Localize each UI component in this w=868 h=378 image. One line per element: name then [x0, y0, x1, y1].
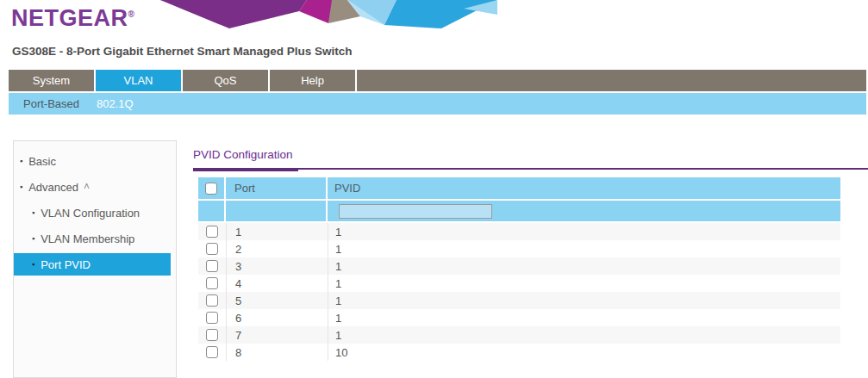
filter-check-cell	[198, 201, 224, 221]
row-checkbox[interactable]	[206, 312, 218, 324]
table-row: 31	[198, 257, 840, 275]
tab-qos[interactable]: QoS	[183, 70, 268, 91]
table-filter-row	[198, 201, 840, 221]
table-row: 41	[198, 275, 840, 292]
pvid-cell: 1	[328, 292, 840, 309]
port-cell: 1	[226, 223, 328, 240]
sidebar-item-advanced[interactable]: ▪ Advanced ˄	[14, 176, 171, 198]
row-checkbox[interactable]	[206, 260, 218, 272]
select-all-checkbox[interactable]	[205, 183, 217, 195]
sidebar-item-label: VLAN Configuration	[41, 207, 140, 220]
subnav-item-port-based[interactable]: Port-Based	[23, 97, 79, 110]
pvid-cell: 1	[328, 309, 840, 326]
column-header-port: Port	[226, 177, 326, 199]
sidebar-item-label: VLAN Membership	[41, 232, 134, 245]
collapse-caret-icon: ˄	[84, 181, 90, 193]
select-all-cell	[198, 177, 224, 199]
section-heading-rule: PVID Configuration	[193, 146, 868, 170]
row-checkbox[interactable]	[206, 243, 218, 255]
main-content: PVID Configuration Port PVID 11213141516…	[193, 146, 868, 361]
pvid-cell: 1	[328, 326, 840, 344]
pvid-cell: 1	[328, 257, 840, 275]
page-title: GS308E - 8-Port Gigabit Ethernet Smart M…	[12, 45, 353, 58]
netgear-logo-text: NETGEAR	[11, 5, 128, 31]
row-checkbox[interactable]	[206, 277, 218, 289]
netgear-logo: NETGEAR®	[11, 5, 134, 32]
bullet-icon: ▪	[32, 208, 34, 217]
port-cell: 4	[226, 275, 328, 292]
port-cell: 8	[226, 344, 328, 361]
port-cell: 7	[226, 326, 328, 344]
table-row: 810	[198, 344, 840, 361]
port-cell: 5	[226, 292, 328, 309]
sub-nav: Port-Based 802.1Q	[9, 93, 866, 115]
table-row: 61	[198, 309, 840, 326]
table-row: 11	[198, 223, 840, 240]
row-check-cell	[198, 240, 226, 257]
table-row: 71	[198, 326, 840, 344]
row-check-cell	[198, 292, 226, 309]
sidebar-item-port-pvid[interactable]: ▪ Port PVID	[14, 253, 171, 276]
table-row: 51	[198, 292, 840, 309]
port-cell: 6	[226, 309, 328, 326]
table-row: 21	[198, 240, 840, 257]
sidebar-item-label: Port PVID	[41, 258, 91, 271]
bullet-icon: ▪	[20, 183, 22, 191]
row-checkbox[interactable]	[206, 346, 218, 358]
tab-vlan[interactable]: VLAN	[96, 70, 181, 91]
row-check-cell	[198, 344, 226, 361]
sidebar-item-label: Basic	[28, 155, 56, 168]
port-cell: 2	[226, 240, 328, 257]
sidebar-item-vlan-configuration[interactable]: ▪ VLAN Configuration	[14, 201, 171, 224]
sidebar-item-label: Advanced	[28, 181, 78, 194]
pvid-cell: 1	[328, 240, 840, 257]
pvid-cell: 10	[328, 344, 840, 361]
column-header-pvid: PVID	[328, 177, 840, 199]
row-checkbox[interactable]	[206, 226, 218, 238]
port-cell: 3	[226, 257, 328, 275]
pvid-cell: 1	[328, 275, 840, 292]
table-body: 11213141516171810	[198, 223, 840, 361]
row-checkbox[interactable]	[206, 329, 218, 341]
main-nav: System VLAN QoS Help	[9, 70, 866, 91]
tab-system[interactable]: System	[9, 70, 94, 91]
pvid-cell: 1	[328, 223, 840, 240]
filter-port-cell	[226, 201, 326, 221]
row-check-cell	[198, 326, 226, 344]
sidebar-item-vlan-membership[interactable]: ▪ VLAN Membership	[14, 227, 171, 250]
row-check-cell	[198, 257, 226, 275]
bullet-icon: ▪	[20, 157, 22, 165]
brand-banner-graphic	[129, 0, 500, 28]
bullet-icon: ▪	[32, 260, 34, 269]
section-heading: PVID Configuration	[193, 148, 293, 161]
row-check-cell	[198, 309, 226, 326]
row-check-cell	[198, 223, 226, 240]
row-checkbox[interactable]	[206, 294, 218, 307]
pvid-table: Port PVID 11213141516171810	[198, 177, 840, 361]
pvid-filter-input[interactable]	[339, 204, 492, 219]
sidebar-item-basic[interactable]: ▪ Basic	[14, 150, 171, 172]
row-check-cell	[198, 275, 226, 292]
filter-pvid-cell	[328, 201, 840, 221]
table-header-row: Port PVID	[198, 177, 840, 199]
tab-help[interactable]: Help	[270, 70, 355, 91]
sidebar: ▪ Basic ▪ Advanced ˄ ▪ VLAN Configuratio…	[13, 140, 177, 378]
bullet-icon: ▪	[32, 234, 34, 243]
subnav-item-8021q[interactable]: 802.1Q	[97, 97, 134, 110]
